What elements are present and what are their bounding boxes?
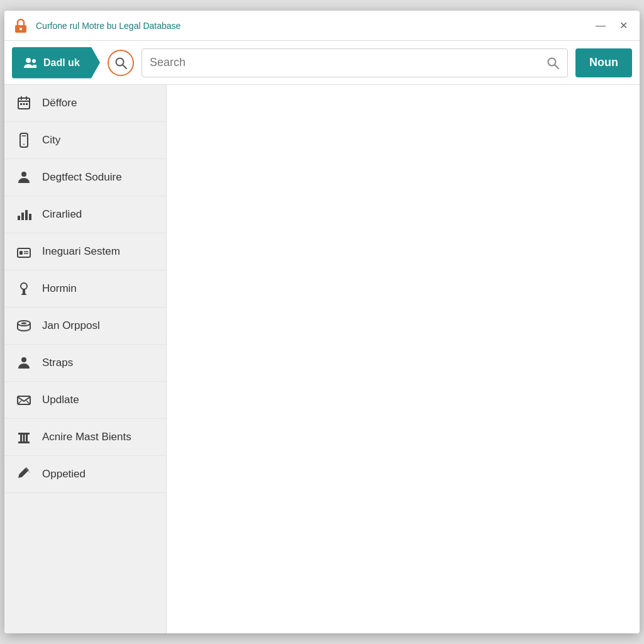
nav-users-icon — [23, 56, 37, 70]
sidebar-item-straps[interactable]: Straps — [4, 345, 166, 382]
svg-rect-37 — [18, 433, 30, 435]
svg-rect-24 — [19, 251, 23, 255]
sidebar-item-label-deffore: Dëffore — [42, 97, 77, 109]
minimize-button[interactable]: — — [592, 17, 609, 35]
search-bar — [142, 48, 568, 77]
svg-rect-40 — [26, 435, 28, 441]
sidebar-item-city[interactable]: City — [4, 122, 166, 159]
svg-point-32 — [21, 357, 26, 362]
svg-rect-20 — [21, 213, 24, 220]
content-area: DëfforeCityDegtfect SoduireCirarliedIneg… — [4, 85, 640, 633]
svg-rect-14 — [26, 103, 28, 105]
svg-point-27 — [21, 283, 27, 289]
svg-point-18 — [21, 172, 26, 177]
svg-rect-38 — [20, 435, 22, 441]
sidebar-item-label-degtfect-soduire: Degtfect Soduire — [42, 171, 122, 184]
sidebar: DëfforeCityDegtfect SoduireCirarliedIneg… — [4, 85, 167, 633]
disk-icon — [14, 316, 33, 335]
bar-chart-icon — [14, 205, 33, 224]
sidebar-item-cirarlied[interactable]: Cirarlied — [4, 196, 166, 233]
flask-icon — [14, 279, 33, 298]
svg-rect-22 — [29, 214, 31, 220]
toolbar: Dadl uk Noun — [4, 41, 640, 85]
svg-point-3 — [32, 59, 36, 63]
titlebar: Curfone rul Motre bu Legal Database — ✕ — [4, 11, 640, 41]
sidebar-item-label-city: City — [42, 134, 60, 147]
pillar-icon — [14, 428, 33, 447]
search-icon — [546, 56, 560, 70]
svg-rect-39 — [23, 435, 25, 441]
svg-line-5 — [123, 65, 126, 69]
svg-point-31 — [21, 323, 26, 325]
sidebar-item-acnire-mast-bients[interactable]: Acnire Mast Bients — [4, 419, 166, 456]
svg-line-7 — [555, 65, 558, 69]
sidebar-item-label-jan-orpposl: Jan Orpposl — [42, 319, 100, 332]
sidebar-item-label-cirarlied: Cirarlied — [42, 208, 82, 221]
search-circle-button[interactable] — [108, 50, 134, 76]
active-nav-button[interactable]: Dadl uk — [12, 47, 100, 79]
sidebar-item-deffore[interactable]: Dëffore — [4, 85, 166, 122]
svg-rect-13 — [23, 103, 25, 105]
sidebar-item-oppetied[interactable]: Oppetied — [4, 456, 166, 493]
search-input[interactable] — [150, 56, 541, 69]
sidebar-item-label-updlate: Updlate — [42, 394, 79, 406]
search-circle-icon — [114, 56, 128, 70]
main-window: Curfone rul Motre bu Legal Database — ✕ … — [4, 11, 640, 633]
nav-label: Dadl uk — [43, 57, 80, 69]
main-panel — [167, 85, 640, 633]
sidebar-item-label-hormin: Hormin — [42, 282, 77, 295]
svg-point-2 — [26, 58, 31, 63]
close-button[interactable]: ✕ — [614, 17, 632, 35]
window-controls: — ✕ — [592, 17, 632, 35]
svg-rect-21 — [25, 210, 28, 220]
app-icon — [12, 17, 30, 35]
sidebar-item-label-ineguari-sestem: Ineguari Sestem — [42, 245, 120, 258]
svg-rect-28 — [23, 289, 25, 294]
sidebar-item-label-acnire-mast-bients: Acnire Mast Bients — [42, 431, 131, 443]
pencil-icon — [14, 465, 33, 484]
svg-rect-36 — [18, 441, 30, 443]
id-card-icon — [14, 242, 33, 261]
person-icon — [14, 168, 33, 187]
envelope-icon — [14, 391, 33, 409]
window-title: Curfone rul Motre bu Legal Database — [36, 21, 592, 31]
user-solid-icon — [14, 353, 33, 372]
svg-rect-12 — [20, 103, 22, 105]
svg-rect-19 — [18, 216, 20, 220]
sidebar-item-ineguari-sestem[interactable]: Ineguari Sestem — [4, 233, 166, 270]
sidebar-item-jan-orpposl[interactable]: Jan Orpposl — [4, 308, 166, 345]
noun-button[interactable]: Noun — [575, 48, 632, 77]
sidebar-item-label-straps: Straps — [42, 357, 73, 369]
svg-point-16 — [23, 144, 25, 145]
svg-point-1 — [19, 28, 22, 30]
phone-icon — [14, 131, 33, 150]
sidebar-item-updlate[interactable]: Updlate — [4, 382, 166, 419]
calendar-icon — [14, 94, 33, 113]
sidebar-item-hormin[interactable]: Hormin — [4, 270, 166, 308]
sidebar-item-degtfect-soduire[interactable]: Degtfect Soduire — [4, 159, 166, 196]
sidebar-item-label-oppetied: Oppetied — [42, 468, 86, 480]
